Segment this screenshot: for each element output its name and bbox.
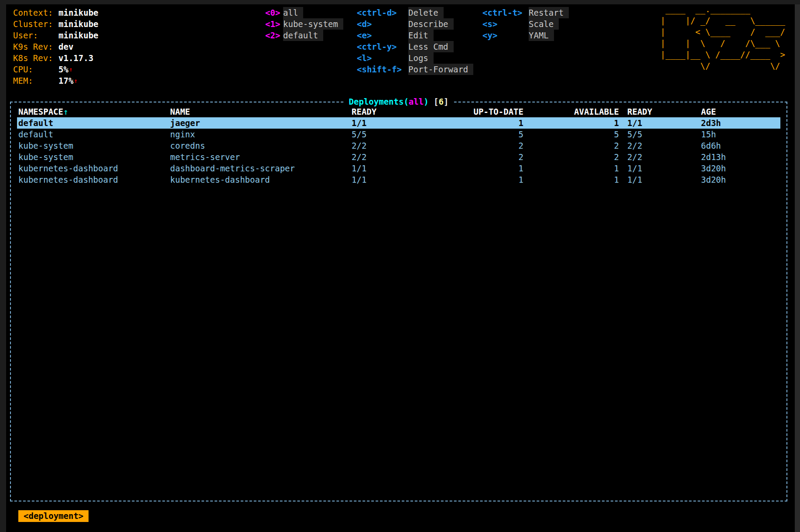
cell-name: nginx [170, 129, 352, 140]
column-header: READY [619, 106, 701, 117]
info-value: v1.17.3 [58, 52, 93, 64]
cell-up_to_date: 2 [413, 140, 523, 151]
cell-ready2: 2/2 [619, 140, 701, 151]
namespace-label: kube-system [283, 18, 343, 30]
info-label: CPU: [13, 64, 58, 75]
table-row[interactable]: kube-systemmetrics-server2/2222/22d13h [17, 151, 780, 163]
hotkey-item[interactable]: <ctrl-t>Restart [482, 7, 569, 18]
info-row: CPU:5%↑ [13, 64, 99, 75]
hotkey-label: Less Cmd [408, 41, 454, 52]
hotkey-item[interactable]: <ctrl-d>Delete [357, 7, 473, 18]
info-label: MEM: [13, 75, 58, 86]
cell-ready2: 5/5 [619, 129, 701, 140]
cell-age: 3d20h [701, 174, 780, 185]
namespace-shortcut[interactable]: <2>default [265, 30, 343, 41]
info-row: Context:minikube [13, 7, 99, 18]
table-body: defaultjaeger1/1111/12d3hdefaultnginx5/5… [17, 117, 780, 185]
table-row[interactable]: kubernetes-dashboardkubernetes-dashboard… [17, 174, 780, 185]
deployments-panel: Deployments(all) [6] NAMESPACE↑NAMEREADY… [10, 102, 787, 501]
hotkey-label: Describe [408, 18, 454, 30]
hotkey-label: Restart [529, 7, 569, 18]
cell-ready: 1/1 [352, 117, 413, 129]
hotkey-label: Logs [408, 52, 434, 64]
hotkey-menu-col2: <ctrl-t>Restart<s>Scale<y>YAML [482, 7, 569, 41]
info-value: 17% [58, 75, 73, 86]
table-row[interactable]: defaultjaeger1/1111/12d3h [17, 117, 780, 129]
hotkey-item[interactable]: <ctrl-y>Less Cmd [357, 41, 473, 52]
info-value: dev [58, 41, 73, 52]
hotkey-menu-col1: <ctrl-d>Delete<d>Describe<e>Edit<ctrl-y>… [357, 7, 473, 75]
cell-namespace: default [18, 117, 170, 129]
column-header: AVAILABLE [523, 106, 619, 117]
namespace-key: <1> [265, 18, 283, 30]
hotkey-item[interactable]: <shift-f>Port-Forward [357, 64, 473, 75]
column-header: NAMESPACE↑ [18, 106, 170, 117]
hotkey-label: Edit [408, 30, 434, 41]
namespace-shortcut[interactable]: <1>kube-system [265, 18, 343, 30]
cell-name: coredns [170, 140, 352, 151]
k9s-logo: ____ __.________ | |/ _/ __ \______ | < … [660, 3, 785, 72]
hotkey-key: <s> [482, 18, 529, 30]
cell-ready: 1/1 [352, 174, 413, 185]
info-label: K8s Rev: [13, 52, 58, 64]
cell-name: jaeger [170, 117, 352, 129]
cell-ready: 5/5 [352, 129, 413, 140]
cell-available: 1 [523, 163, 619, 174]
cell-age: 6d6h [701, 140, 780, 151]
hotkey-item[interactable]: <l>Logs [357, 52, 473, 64]
hotkey-label: Port-Forward [408, 64, 473, 75]
hotkey-key: <e> [357, 30, 408, 41]
column-header: NAME [170, 106, 352, 117]
namespace-key: <0> [265, 7, 283, 18]
info-value: minikube [58, 30, 99, 41]
panel-title: Deployments(all) [6] [344, 96, 454, 107]
column-header: READY [352, 106, 413, 117]
namespace-shortcut[interactable]: <0>all [265, 7, 343, 18]
cell-available: 2 [523, 140, 619, 151]
panel-title-resource: Deployments( [349, 97, 409, 106]
cell-up_to_date: 2 [413, 151, 523, 163]
panel-title-namespace: all [409, 97, 424, 106]
info-row: K8s Rev:v1.17.3 [13, 52, 99, 64]
panel-title-paren: ) [424, 97, 428, 106]
cell-available: 2 [523, 151, 619, 163]
hotkey-key: <d> [357, 18, 408, 30]
hotkey-item[interactable]: <d>Describe [357, 18, 473, 30]
cell-name: metrics-server [170, 151, 352, 163]
window-left-edge [0, 0, 6, 532]
column-header: UP-TO-DATE [413, 106, 523, 117]
table-row[interactable]: kube-systemcoredns2/2222/26d6h [17, 140, 780, 151]
info-row: Cluster:minikube [13, 18, 99, 30]
hotkey-key: <l> [357, 52, 408, 64]
cell-age: 3d20h [701, 163, 780, 174]
cell-namespace: default [18, 129, 170, 140]
up-arrow-icon: ↑ [74, 75, 77, 86]
cell-available: 5 [523, 129, 619, 140]
hotkey-key: <shift-f> [357, 64, 408, 75]
scrollbar-track[interactable] [795, 4, 800, 532]
cell-age: 2d13h [701, 151, 780, 163]
cell-namespace: kubernetes-dashboard [18, 163, 170, 174]
table-row[interactable]: defaultnginx5/5555/515h [17, 129, 780, 140]
namespace-label: default [283, 30, 323, 41]
cell-available: 1 [523, 117, 619, 129]
cluster-info: Context:minikubeCluster:minikubeUser:min… [13, 7, 99, 86]
cell-namespace: kube-system [18, 151, 170, 163]
cell-ready2: 2/2 [619, 151, 701, 163]
info-value: 5% [58, 64, 68, 75]
hotkey-item[interactable]: <e>Edit [357, 30, 473, 41]
hotkey-item[interactable]: <s>Scale [482, 18, 569, 30]
hotkey-label: Scale [529, 18, 559, 30]
hotkey-label: YAML [529, 30, 554, 41]
hotkey-item[interactable]: <y>YAML [482, 30, 569, 41]
cell-up_to_date: 1 [413, 117, 523, 129]
info-label: User: [13, 30, 58, 41]
cell-ready: 1/1 [352, 163, 413, 174]
cell-up_to_date: 1 [413, 174, 523, 185]
breadcrumb-deployment[interactable]: <deployment> [18, 510, 89, 522]
table-row[interactable]: kubernetes-dashboarddashboard-metrics-sc… [17, 163, 780, 174]
hotkey-key: <ctrl-d> [357, 7, 408, 18]
cell-age: 2d3h [701, 117, 780, 129]
panel-title-count: 6 [439, 97, 444, 106]
cell-ready: 2/2 [352, 140, 413, 151]
